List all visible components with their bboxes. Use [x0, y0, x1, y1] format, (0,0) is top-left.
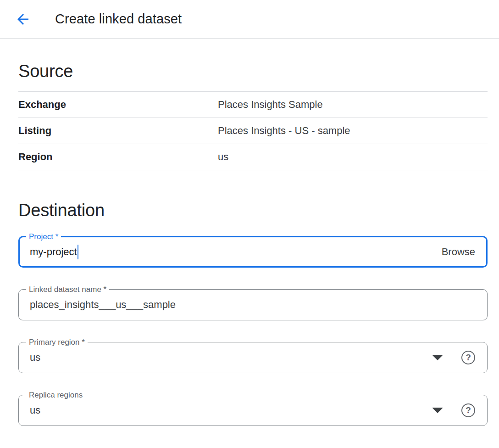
help-icon[interactable]: ?: [461, 351, 475, 364]
page-title: Create linked dataset: [55, 11, 182, 27]
listing-label: Listing: [18, 125, 218, 137]
chevron-down-icon[interactable]: [432, 355, 443, 360]
region-value: us: [218, 151, 228, 163]
chevron-down-icon[interactable]: [432, 408, 443, 413]
primary-region-value: us: [30, 352, 40, 364]
table-row-listing: Listing Places Insights - US - sample: [18, 118, 488, 144]
replica-regions-label: Replica regions: [26, 390, 85, 400]
source-heading: Source: [18, 62, 488, 81]
table-row-region: Region us: [18, 144, 488, 170]
browse-button[interactable]: Browse: [442, 246, 475, 258]
region-label: Region: [18, 151, 218, 163]
page-header: Create linked dataset: [0, 0, 499, 39]
text-cursor: [78, 245, 78, 259]
arrow-back-icon: [15, 11, 31, 28]
replica-regions-value: us: [30, 404, 40, 416]
linked-dataset-name-label: Linked dataset name *: [26, 285, 109, 294]
project-input-value[interactable]: my-project: [30, 246, 77, 258]
back-button[interactable]: [14, 10, 32, 28]
project-field-label: Project *: [26, 232, 61, 241]
source-section: Source Exchange Places Insights Sample L…: [18, 62, 488, 170]
linked-dataset-name-value[interactable]: places_insights___us___sample: [30, 299, 176, 311]
destination-section: Destination Project * my-project Browse …: [18, 201, 488, 426]
primary-region-select[interactable]: Primary region * us ?: [18, 342, 488, 373]
source-info-table: Exchange Places Insights Sample Listing …: [18, 91, 488, 170]
table-row-exchange: Exchange Places Insights Sample: [18, 92, 488, 118]
replica-regions-select[interactable]: Replica regions us ?: [18, 395, 488, 426]
destination-heading: Destination: [18, 201, 488, 220]
project-field[interactable]: Project * my-project Browse: [18, 236, 488, 268]
listing-value: Places Insights - US - sample: [218, 125, 350, 137]
linked-dataset-name-field[interactable]: Linked dataset name * places_insights___…: [18, 289, 488, 320]
primary-region-label: Primary region *: [26, 337, 88, 347]
exchange-value: Places Insights Sample: [218, 99, 323, 111]
help-icon[interactable]: ?: [461, 403, 475, 417]
main-content: Source Exchange Places Insights Sample L…: [0, 62, 499, 426]
exchange-label: Exchange: [18, 99, 218, 111]
